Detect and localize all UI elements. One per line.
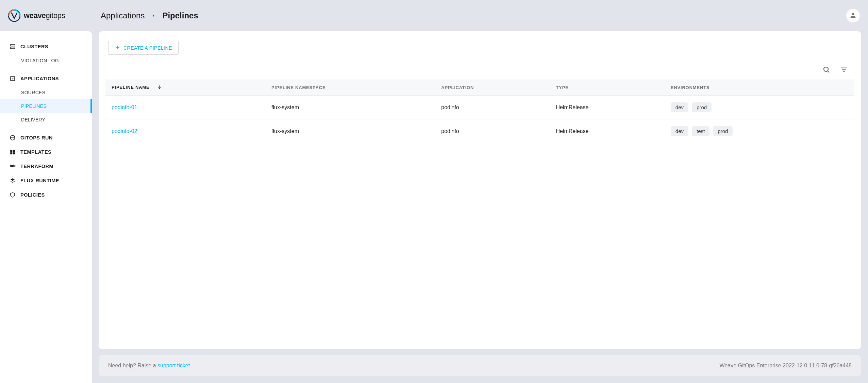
topbar: weavegitops Applications Pipelines: [0, 0, 868, 31]
cell-type: HelmRelease: [550, 96, 664, 119]
brand-logo-icon: [8, 10, 20, 22]
sidebar-item-clusters[interactable]: CLUSTERS: [0, 39, 92, 54]
sidebar-item-label: FLUX RUNTIME: [20, 178, 59, 183]
support-ticket-link[interactable]: support ticket: [157, 363, 190, 368]
button-label: CREATE A PIPELINE: [123, 45, 172, 51]
sidebar-item-label: TEMPLATES: [20, 149, 51, 155]
col-header-type[interactable]: TYPE: [550, 80, 664, 96]
person-icon: [849, 12, 857, 20]
sidebar-item-policies[interactable]: POLICIES: [0, 188, 92, 202]
sidebar-item-label: APPLICATIONS: [20, 76, 59, 81]
gitops-run-icon: [10, 135, 16, 141]
svg-rect-18: [841, 68, 847, 68]
filter-icon: [840, 66, 848, 74]
svg-rect-8: [13, 152, 15, 154]
cell-application: podinfo: [435, 96, 550, 119]
svg-marker-13: [11, 181, 15, 183]
footer: Need help? Raise a support ticket Weave …: [99, 355, 861, 376]
svg-rect-6: [13, 150, 15, 152]
footer-help-prefix: Need help? Raise a: [108, 363, 157, 368]
header-label: TYPE: [556, 85, 568, 90]
env-chips: devtestprod: [671, 126, 848, 136]
svg-marker-9: [10, 165, 12, 167]
sidebar-item-label: DELIVERY: [21, 117, 45, 122]
search-button[interactable]: [822, 66, 831, 75]
user-avatar[interactable]: [846, 9, 860, 22]
sidebar-item-terraform[interactable]: TERRAFORM: [0, 159, 92, 173]
table-row: podinfo-02flux-systempodinfoHelmReleased…: [105, 119, 854, 143]
chevron-right-icon: [151, 12, 155, 19]
breadcrumb-root[interactable]: Applications: [101, 11, 145, 20]
svg-rect-20: [843, 71, 845, 72]
arrow-down-icon: [157, 85, 162, 90]
sidebar-item-label: VIOLATION LOG: [21, 58, 59, 63]
header-label: APPLICATION: [441, 85, 474, 90]
breadcrumb: Applications Pipelines: [101, 11, 198, 20]
brand-text-bold: weave: [24, 11, 46, 20]
applications-icon: [10, 76, 16, 82]
sidebar-item-pipelines[interactable]: PIPELINES: [0, 99, 92, 113]
svg-rect-5: [10, 150, 12, 152]
table-tools: [99, 55, 861, 80]
pipeline-name-link[interactable]: podinfo-02: [112, 128, 137, 134]
col-header-name[interactable]: PIPELINE NAME: [105, 80, 265, 96]
sidebar-item-templates[interactable]: TEMPLATES: [0, 145, 92, 159]
cell-type: HelmRelease: [550, 119, 664, 143]
create-pipeline-button[interactable]: CREATE A PIPELINE: [108, 41, 179, 55]
sidebar: CLUSTERS VIOLATION LOG APPLICATIONS SOUR…: [0, 31, 92, 383]
footer-help: Need help? Raise a support ticket: [108, 363, 190, 369]
env-chip: prod: [692, 102, 712, 112]
header-label: PIPELINE NAMESPACE: [271, 85, 326, 90]
filter-button[interactable]: [840, 66, 848, 75]
env-chip: prod: [713, 126, 733, 136]
svg-rect-2: [10, 47, 15, 49]
breadcrumb-current: Pipelines: [162, 11, 198, 20]
content-card: CREATE A PIPELINE: [99, 31, 861, 349]
sidebar-item-sources[interactable]: SOURCES: [0, 86, 92, 99]
clusters-icon: [10, 44, 16, 50]
pipeline-name-link[interactable]: podinfo-01: [112, 104, 137, 110]
plus-icon: [115, 45, 120, 51]
sidebar-item-delivery[interactable]: DELIVERY: [0, 113, 92, 127]
sidebar-item-label: GITOPS RUN: [20, 135, 53, 140]
svg-rect-1: [10, 45, 15, 46]
sidebar-item-label: SOURCES: [21, 90, 45, 95]
sidebar-item-flux-runtime[interactable]: FLUX RUNTIME: [0, 173, 92, 188]
terraform-icon: [10, 163, 16, 169]
footer-version: Weave GitOps Enterprise 2022-12 0.11.0-7…: [720, 363, 852, 369]
svg-marker-10: [12, 165, 14, 167]
search-icon: [822, 66, 831, 75]
table-row: podinfo-01flux-systempodinfoHelmReleased…: [105, 96, 854, 119]
sidebar-item-violation-log[interactable]: VIOLATION LOG: [0, 54, 92, 67]
flux-runtime-icon: [10, 178, 16, 184]
svg-marker-11: [14, 165, 16, 167]
svg-point-16: [824, 67, 828, 71]
header-label: PIPELINE NAME: [112, 85, 150, 90]
sidebar-item-applications[interactable]: APPLICATIONS: [0, 71, 92, 86]
brand-text-light: gitops: [46, 11, 65, 20]
svg-rect-7: [10, 152, 12, 154]
sidebar-item-label: TERRAFORM: [20, 164, 53, 169]
templates-icon: [10, 149, 16, 155]
sidebar-item-gitops-run[interactable]: GITOPS RUN: [0, 131, 92, 145]
env-chips: devprod: [671, 102, 848, 112]
sidebar-item-label: PIPELINES: [21, 103, 47, 109]
col-header-namespace[interactable]: PIPELINE NAMESPACE: [265, 80, 435, 96]
svg-line-17: [828, 71, 829, 72]
env-chip: dev: [671, 102, 688, 112]
header-label: ENVIRONMENTS: [671, 85, 710, 90]
col-header-environments[interactable]: ENVIRONMENTS: [665, 80, 854, 96]
brand-text: weavegitops: [24, 11, 65, 20]
cell-namespace: flux-system: [265, 119, 435, 143]
cell-application: podinfo: [435, 119, 550, 143]
brand[interactable]: weavegitops: [8, 10, 97, 22]
svg-rect-19: [842, 69, 846, 70]
sidebar-item-label: POLICIES: [20, 192, 45, 198]
env-chip: test: [692, 126, 710, 136]
pipelines-table: PIPELINE NAME PIPELINE NAMESPACE APPLICA…: [105, 80, 854, 143]
policies-icon: [10, 192, 16, 198]
env-chip: dev: [671, 126, 688, 136]
svg-marker-12: [11, 178, 15, 181]
col-header-application[interactable]: APPLICATION: [435, 80, 550, 96]
cell-namespace: flux-system: [265, 96, 435, 119]
